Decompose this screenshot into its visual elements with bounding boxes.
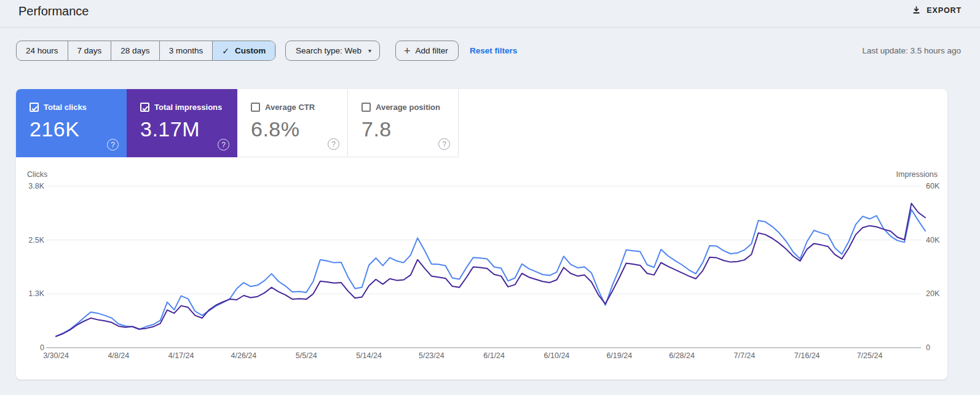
x-axis-date-label: 6/1/24 xyxy=(483,351,505,360)
clicks-line xyxy=(56,209,925,336)
x-axis-date-label: 6/28/24 xyxy=(669,351,695,360)
x-axis-date-label: 4/17/24 xyxy=(168,351,194,360)
last-update-text: Last update: 3.5 hours ago xyxy=(862,46,961,55)
range-chip-24-hours[interactable]: 24 hours xyxy=(17,41,68,60)
range-chip-7-days[interactable]: 7 days xyxy=(68,41,111,60)
x-axis-date-label: 5/23/24 xyxy=(419,351,445,360)
x-axis-date-label: 7/16/24 xyxy=(794,351,820,360)
x-axis-date-label: 4/26/24 xyxy=(231,351,257,360)
x-axis-date-label: 5/14/24 xyxy=(356,351,382,360)
x-axis-date-label: 4/8/24 xyxy=(108,351,129,360)
left-axis-tick: 2.5K xyxy=(28,236,44,244)
export-button[interactable]: EXPORT xyxy=(912,6,962,15)
left-axis-title: Clicks xyxy=(27,170,47,179)
impressions-line xyxy=(56,203,925,336)
download-icon xyxy=(912,6,921,15)
check-icon: ✓ xyxy=(222,46,229,56)
left-axis-tick: 3.8K xyxy=(28,182,44,190)
x-axis-date-label: 6/10/24 xyxy=(544,351,570,360)
right-axis-title: Impressions xyxy=(896,170,938,179)
right-axis-tick: 60K xyxy=(926,182,940,190)
date-range-group: 24 hours 7 days 28 days 3 months ✓ Custo… xyxy=(16,41,275,61)
filter-divider xyxy=(275,43,276,58)
range-chip-custom[interactable]: ✓ Custom xyxy=(212,41,275,60)
left-axis-tick: 0 xyxy=(40,343,44,352)
page-title: Performance xyxy=(18,4,89,18)
x-axis-date-label: 7/25/24 xyxy=(857,351,883,360)
plus-icon: + xyxy=(404,45,411,57)
search-type-dropdown[interactable]: Search type: Web ▾ xyxy=(285,41,380,61)
right-axis-tick: 0 xyxy=(926,343,930,352)
export-label: EXPORT xyxy=(927,6,962,15)
x-axis-date-label: 5/5/24 xyxy=(296,351,317,360)
range-chip-3-months[interactable]: 3 months xyxy=(159,41,213,60)
header-divider xyxy=(0,27,980,28)
x-axis-date-label: 6/19/24 xyxy=(606,351,632,360)
performance-card: Total clicks 216K ? Total impressions 3.… xyxy=(16,89,947,380)
performance-chart: 3.8K60K2.5K40K1.3K20K00ClicksImpressions… xyxy=(16,89,947,380)
chevron-down-icon: ▾ xyxy=(368,47,371,54)
x-axis-date-label: 7/7/24 xyxy=(734,351,756,360)
right-axis-tick: 20K xyxy=(926,289,940,298)
reset-filters-link[interactable]: Reset filters xyxy=(470,46,517,55)
x-axis-date-label: 3/30/24 xyxy=(43,351,69,360)
add-filter-button[interactable]: + Add filter xyxy=(395,41,459,61)
right-axis-tick: 40K xyxy=(926,236,940,244)
range-chip-28-days[interactable]: 28 days xyxy=(111,41,159,60)
left-axis-tick: 1.3K xyxy=(28,289,44,298)
